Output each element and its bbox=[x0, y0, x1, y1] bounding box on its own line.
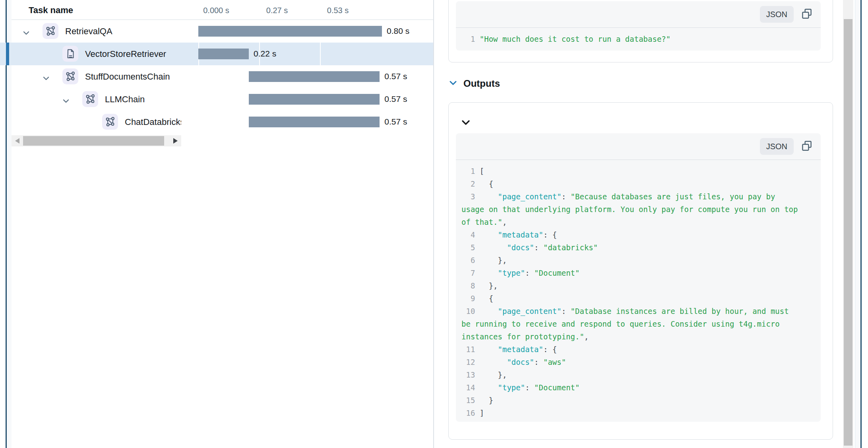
code-line: 2 { bbox=[461, 177, 800, 190]
task-name-cell: ChatDatabricks bbox=[0, 111, 181, 133]
line-number: 9 bbox=[461, 294, 480, 303]
code-line: 10 "page_content": "Database instances a… bbox=[461, 305, 800, 343]
trace-row-vectorstoreretriever[interactable]: VectorStoreRetriever0.22 s bbox=[0, 43, 433, 65]
code-line: 5 "docs": "databricks" bbox=[461, 241, 800, 254]
task-name-column-header: Task name bbox=[29, 5, 73, 16]
json-format-button[interactable]: JSON bbox=[760, 138, 794, 155]
outputs-code-block: JSON 1 [ 2 { 3 "page_content": "Because … bbox=[456, 133, 821, 422]
code-line: 6 }, bbox=[461, 254, 800, 267]
axis-tick-label: 0.53 s bbox=[327, 6, 349, 15]
line-number: 4 bbox=[461, 230, 480, 239]
duration-bar[interactable] bbox=[249, 94, 380, 105]
code-line: 3 "page_content": "Because databases are… bbox=[461, 190, 800, 228]
duration-label: 0.57 s bbox=[384, 117, 407, 127]
chain-icon bbox=[43, 23, 58, 39]
line-number: 1 bbox=[461, 35, 480, 43]
trace-row-llmchain[interactable]: LLMChain0.57 s bbox=[0, 88, 433, 111]
vertical-scrollbar-thumb[interactable] bbox=[844, 19, 852, 446]
chevron-down-icon[interactable] bbox=[63, 97, 69, 105]
collapse-chevron-down-icon[interactable] bbox=[461, 120, 470, 127]
outputs-title: Outputs bbox=[463, 78, 500, 89]
axis-tick-label: 0.000 s bbox=[203, 6, 229, 15]
duration-bar[interactable] bbox=[249, 71, 380, 82]
trace-row-retrievalqa[interactable]: RetrievalQA0.80 s bbox=[0, 20, 433, 43]
right-collapsed-rail bbox=[855, 0, 862, 448]
panel-divider bbox=[433, 0, 434, 448]
task-name-label: StuffDocumentsChain bbox=[85, 72, 170, 82]
chevron-down-icon[interactable] bbox=[449, 80, 457, 87]
code-line: 1 "How much does it cost to run a databa… bbox=[461, 33, 800, 45]
scroll-left-arrow-icon[interactable] bbox=[15, 138, 19, 144]
scroll-right-arrow-icon[interactable] bbox=[173, 138, 178, 144]
task-name-cell: LLMChain bbox=[0, 88, 181, 111]
line-number: 14 bbox=[461, 383, 480, 392]
code-line: 14 "type": "Document" bbox=[461, 381, 800, 394]
code-line: 12 "docs": "aws" bbox=[461, 356, 800, 368]
inputs-code-block: JSON 1 "How much does it cost to run a d… bbox=[456, 1, 821, 51]
line-number: 3 bbox=[461, 192, 480, 201]
trace-row-chatdatabricks[interactable]: ChatDatabricks0.57 s bbox=[0, 111, 433, 133]
duration-label: 0.57 s bbox=[384, 72, 407, 81]
copy-icon bbox=[801, 140, 813, 153]
line-number: 1 bbox=[461, 167, 480, 175]
duration-bar[interactable] bbox=[198, 26, 382, 37]
code-line: 16 ] bbox=[461, 407, 800, 419]
gantt-header: Task name 0.000 s0.27 s0.53 s bbox=[12, 0, 433, 20]
task-name-cell: StuffDocumentsChain bbox=[0, 65, 181, 88]
inputs-card: JSON 1 "How much does it cost to run a d… bbox=[448, 0, 833, 62]
outputs-section-header[interactable]: Outputs bbox=[449, 78, 500, 89]
code-line: 8 }, bbox=[461, 279, 800, 292]
line-number: 12 bbox=[461, 358, 480, 366]
horizontal-scrollbar[interactable] bbox=[12, 135, 181, 146]
chain-icon bbox=[82, 91, 98, 107]
task-name-cell: VectorStoreRetriever bbox=[0, 43, 181, 65]
duration-label: 0.57 s bbox=[384, 94, 407, 104]
line-number: 5 bbox=[461, 243, 480, 252]
duration-label: 0.22 s bbox=[254, 49, 276, 58]
copy-button[interactable] bbox=[801, 140, 813, 153]
trace-row-stuffdocumentschain[interactable]: StuffDocumentsChain0.57 s bbox=[0, 65, 433, 88]
line-number: 13 bbox=[461, 370, 480, 379]
code-line: 13 }, bbox=[461, 368, 800, 381]
outputs-card: JSON 1 [ 2 { 3 "page_content": "Because … bbox=[448, 102, 833, 440]
trace-viewer: Task name 0.000 s0.27 s0.53 s RetrievalQ… bbox=[0, 0, 868, 448]
chevron-down-icon[interactable] bbox=[23, 29, 29, 37]
code-line: 11 "metadata": { bbox=[461, 343, 800, 356]
json-format-button[interactable]: JSON bbox=[760, 6, 794, 23]
line-number: 2 bbox=[461, 179, 480, 188]
code-line: 15 } bbox=[461, 394, 800, 407]
document-icon bbox=[62, 46, 78, 62]
task-name-label: ChatDatabricks bbox=[125, 117, 181, 127]
horizontal-scrollbar-thumb[interactable] bbox=[23, 136, 164, 146]
line-number: 15 bbox=[461, 396, 480, 405]
duration-label: 0.80 s bbox=[387, 26, 409, 36]
duration-bar[interactable] bbox=[198, 49, 249, 59]
chevron-down-icon[interactable] bbox=[43, 75, 49, 82]
task-name-label: VectorStoreRetriever bbox=[85, 49, 166, 59]
duration-bar[interactable] bbox=[249, 117, 380, 127]
trace-rows: RetrievalQA0.80 sVectorStoreRetriever0.2… bbox=[0, 20, 433, 133]
task-name-label: LLMChain bbox=[105, 94, 145, 105]
code-line: 1 [ bbox=[461, 165, 800, 177]
line-number: 8 bbox=[461, 281, 480, 290]
axis-tick-label: 0.27 s bbox=[266, 6, 288, 15]
code-line: 4 "metadata": { bbox=[461, 228, 800, 241]
vertical-scrollbar[interactable] bbox=[843, 0, 853, 448]
outputs-code: 1 [ 2 { 3 "page_content": "Because datab… bbox=[456, 160, 800, 419]
task-name-cell: RetrievalQA bbox=[0, 20, 181, 43]
task-name-label: RetrievalQA bbox=[65, 26, 112, 37]
copy-button[interactable] bbox=[801, 8, 813, 21]
line-number: 11 bbox=[461, 345, 480, 354]
chain-icon bbox=[62, 68, 78, 84]
line-number: 6 bbox=[461, 256, 480, 265]
chain-icon bbox=[102, 114, 118, 130]
line-number: 10 bbox=[461, 307, 480, 316]
inputs-code: 1 "How much does it cost to run a databa… bbox=[456, 28, 800, 45]
code-line: 9 { bbox=[461, 292, 800, 305]
line-number: 7 bbox=[461, 269, 480, 277]
timeline-gridline bbox=[320, 43, 321, 65]
line-number: 16 bbox=[461, 409, 480, 417]
copy-icon bbox=[801, 8, 813, 21]
code-line: 7 "type": "Document" bbox=[461, 267, 800, 279]
